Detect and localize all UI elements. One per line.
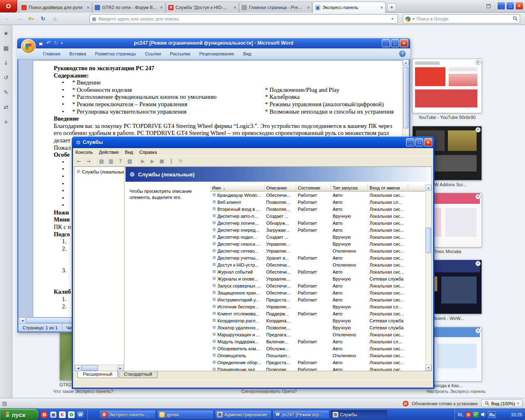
taskbar-button-3[interactable]: Администрирование	[215, 410, 272, 419]
page-indicator[interactable]: Страница: 1 из 1	[18, 324, 62, 332]
dial-close-icon[interactable]: ×	[475, 261, 481, 266]
browser-tab-1[interactable]: Поиск драйвера для руля×	[19, 2, 92, 13]
service-row[interactable]: ⚙Координатор расп...Координа...ВручнуюСе…	[210, 317, 425, 324]
undo-button[interactable]: ↶	[46, 40, 51, 46]
service-row[interactable]: ⚙Модуль поддержк...Включае...РаботаетАвт…	[210, 338, 425, 345]
opera-update-tray-icon[interactable]: O	[466, 412, 471, 418]
column-header-service-startup-type[interactable]: Тип запуска	[331, 185, 368, 192]
forward-icon[interactable]: →	[84, 157, 93, 165]
speed-dial-thumb-2[interactable]: ×YouTube - YouTube 90nbr90	[412, 59, 482, 120]
service-row[interactable]: ⚙Диспетчер логиче...Обнаруж...РаботаетАв…	[210, 219, 425, 226]
pause-service-icon[interactable]: ‖	[167, 157, 176, 165]
address-dropdown-icon[interactable]: ▾	[391, 17, 393, 21]
panels-toggle-icon[interactable]: ▤	[2, 400, 7, 406]
history-panel-icon[interactable]: ↺	[2, 73, 10, 82]
menu-справка[interactable]: Справка	[139, 150, 157, 155]
ribbon-tab-4[interactable]: Ссылки	[141, 48, 166, 59]
search-magnifier-icon[interactable]	[513, 16, 518, 22]
antivirus-tray-icon[interactable]: ✓	[473, 412, 479, 418]
browser-tab-3[interactable]: Служба "Доступ к HID-...×	[166, 2, 239, 13]
tree-hscroll-thumb[interactable]	[82, 365, 98, 371]
taskbar-button-1[interactable]: Экспресс-панель ...	[99, 410, 156, 419]
scroll-up-icon[interactable]: ▲	[403, 59, 409, 66]
service-row[interactable]: ⚙Диспетчер авто-п...Создает ...ВручнуюЛо…	[210, 212, 425, 219]
services-title-bar[interactable]: ⚙ Службы _□×	[72, 137, 434, 148]
reload-icon[interactable]: ↻	[38, 14, 48, 23]
quick-access-dropdown-icon[interactable]: ▾	[61, 41, 63, 45]
speed-dial-help-link[interactable]: Что такое Экспресс-панель?	[53, 389, 113, 394]
column-header-service-logon-as[interactable]: Вход от имени	[368, 185, 408, 192]
service-row[interactable]: ⚙Доступ к HID-устр...Обеспечи...Отключен…	[210, 261, 425, 268]
search-field[interactable]: ▾ Поиск в Google	[403, 14, 520, 23]
service-row[interactable]: ⚙Инструментарий у...Предоста...РаботаетА…	[210, 296, 425, 303]
service-row[interactable]: ⚙Диспетчер очеред...Загружае...РаботаетА…	[210, 226, 425, 233]
service-row[interactable]: ⚙Запуск серверных ...Обеспечи...Работает…	[210, 282, 425, 289]
sync-opera-link[interactable]: Синхронизировать Opera?	[241, 389, 297, 394]
dial-close-icon[interactable]: ×	[475, 328, 481, 333]
tab-close-icon[interactable]: ×	[87, 5, 89, 10]
service-row[interactable]: ⚙Обозреватель ком...Обслужи...АвтоЛокаль…	[210, 345, 425, 352]
service-row[interactable]: ⚙Журнал событийОбеспечи...РаботаетАвтоЛо…	[210, 268, 425, 275]
services-vertical-scrollbar[interactable]: ▲ ▼	[425, 185, 431, 371]
menu-действие[interactable]: Действие	[99, 150, 119, 155]
save-button[interactable]	[38, 40, 43, 46]
list-scroll-up-icon[interactable]: ▲	[425, 185, 431, 191]
services-maximize-button[interactable]: □	[415, 138, 423, 146]
service-row[interactable]: ⚙Определение обор...Предоста...РаботаетА…	[210, 359, 425, 366]
start-button[interactable]: пуск	[0, 409, 39, 420]
volume-tray-icon[interactable]	[480, 412, 486, 418]
word-title-bar[interactable]: pc247 [Режим ограниченной функциональнос…	[17, 38, 410, 48]
tree-horizontal-scrollbar[interactable]: ◀ ▶	[75, 365, 124, 371]
tab-close-icon[interactable]: ×	[160, 5, 163, 10]
ribbon-tab-6[interactable]: Рецензирование	[195, 48, 239, 59]
browser-tab-5[interactable]: Экспресс-панель×	[313, 2, 386, 13]
browser-tab-4[interactable]: Главная страница - Pre...×	[239, 2, 312, 13]
service-row[interactable]: ⚙Защищенное хран...Обеспечи...РаботаетАв…	[210, 289, 425, 296]
view-tab-2[interactable]: Стандартный	[119, 371, 158, 378]
service-row[interactable]: ⚙Диспетчер подкл...Создает ...ВручнуюЛок…	[210, 233, 425, 240]
widgets-panel-icon[interactable]: ▦	[2, 44, 10, 52]
configure-speed-dial-link[interactable]: Настроить Экспресс-панель	[427, 389, 486, 394]
list-scroll-thumb[interactable]	[426, 228, 431, 253]
quick-launch-app-flower-icon[interactable]: ✿	[68, 411, 75, 418]
browser-restore-button[interactable]: □	[506, 2, 514, 10]
column-header-service-name[interactable]: Имя▴	[210, 185, 265, 192]
bookmarks-panel-icon[interactable]: ★	[2, 29, 10, 37]
service-row[interactable]: ⚙Диспетчер сеанса ...Управляе...ВручнуюЛ…	[210, 240, 425, 247]
menu-вид[interactable]: Вид	[125, 150, 133, 155]
quick-launch-app-w-icon[interactable]: W	[77, 411, 84, 418]
back-icon[interactable]: ←	[2, 14, 12, 23]
word-close-button[interactable]: ×	[400, 39, 408, 47]
notes-panel-icon[interactable]: ✎	[2, 88, 10, 96]
dial-close-icon[interactable]: ×	[475, 60, 481, 65]
language-indicator[interactable]: Ru	[488, 411, 496, 418]
service-row[interactable]: ⚙Диспетчер сетево...Управляе...Отключено…	[210, 247, 425, 254]
help-icon[interactable]: ?	[116, 157, 125, 165]
export-list-icon[interactable]: ▥	[107, 157, 115, 165]
browser-minimize-button[interactable]: _	[497, 2, 505, 10]
word-help-icon[interactable]: ?	[399, 50, 406, 57]
scroll-left-icon[interactable]: ◀	[19, 317, 25, 324]
service-row[interactable]: ⚙Планировщик зад...Позволяе...РаботаетАв…	[210, 366, 425, 371]
service-row[interactable]: ⚙Маршрутизация и ...Предлага...Отключено…	[210, 331, 425, 338]
tree-scroll-left-icon[interactable]: ◀	[75, 365, 81, 371]
properties-icon[interactable]: ▨	[126, 157, 134, 165]
taskbar-button-5[interactable]: Службы	[331, 410, 387, 419]
taskbar-button-2[interactable]: дрова	[157, 410, 214, 419]
restart-service-icon[interactable]: ↻	[176, 157, 185, 165]
service-row[interactable]: ⚙Веб-клиентПозволяе...РаботаетАвтоЛокаль…	[210, 199, 425, 205]
tab-close-icon[interactable]: ×	[381, 5, 383, 10]
quick-launch-opera-icon[interactable]: O	[41, 411, 48, 418]
browser-tab-2[interactable]: GTR2 по сети - Форум В...×	[92, 2, 165, 13]
scroll-thumb[interactable]	[403, 67, 409, 128]
add-panel-panel-icon[interactable]: +	[2, 118, 10, 126]
service-row[interactable]: ⚙ОповещательПосылает...ОтключеноЛокальна…	[210, 352, 425, 359]
console-tree-root-item[interactable]: ⚙ Службы (локальные)	[75, 167, 124, 174]
redo-button[interactable]: ↻	[54, 40, 58, 46]
opera-update-icon[interactable]: O	[403, 401, 409, 406]
stop-service-icon[interactable]: ■	[158, 157, 166, 165]
service-row[interactable]: ⚙Источник беспере...Управляе...ВручнуюЛо…	[210, 303, 425, 310]
service-row[interactable]: ⚙Локатор удаленно...Позволяе...ВручнуюСе…	[210, 324, 425, 331]
ribbon-tab-5[interactable]: Рассылки	[165, 48, 194, 59]
browser-close-button[interactable]: ×	[515, 2, 523, 10]
